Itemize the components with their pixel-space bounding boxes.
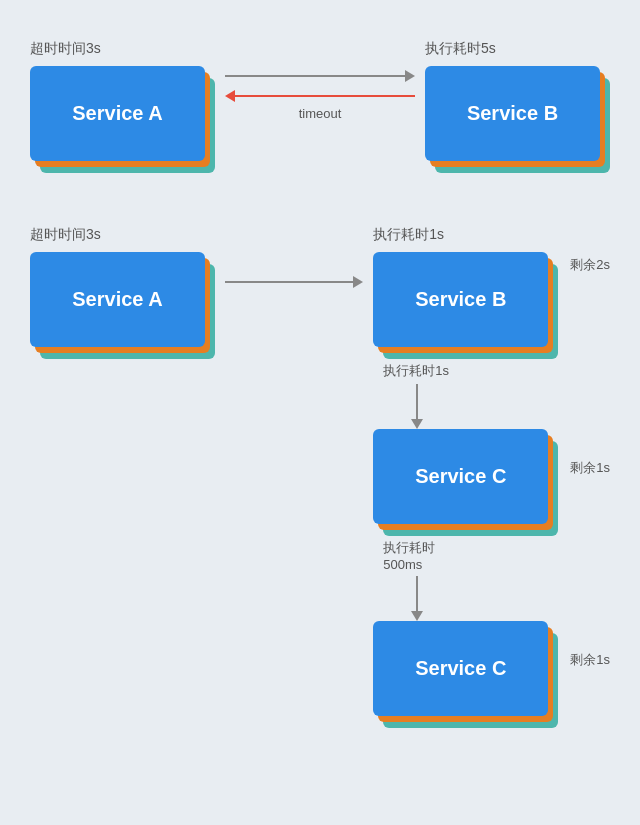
arrowhead-left-1 [225, 90, 235, 102]
arrow-line-forward-1 [225, 75, 405, 77]
service-a-stack-2: Service A [30, 252, 215, 362]
arrowhead-right-1 [405, 70, 415, 82]
remain-c2-label: 剩余1s [570, 651, 610, 669]
back-arrow-1 [225, 90, 415, 102]
service-a-label-1: 超时时间3s [30, 40, 101, 58]
v-arrow-bc1: 执行耗时1s [373, 362, 461, 429]
arrowhead-down-bc1 [411, 419, 423, 429]
service-c1-stack: Service C [373, 429, 558, 539]
v-arrow-c1c2: 执行耗时500ms [373, 539, 461, 621]
service-a-stack-1: Service A [30, 66, 215, 176]
remain-c1-area: 剩余1s [570, 459, 610, 477]
service-b-row: 执行耗时1s Service B 剩余2s [373, 226, 610, 362]
remain-c1-label: 剩余1s [570, 459, 610, 477]
service-c1-row: Service C 剩余1s [373, 429, 610, 539]
service-b-stack-2: Service B [373, 252, 558, 362]
remain-b-label: 剩余2s [570, 256, 610, 274]
service-a-card-1: Service A [30, 66, 205, 161]
service-b-card-2: Service B [373, 252, 548, 347]
timeout-label: timeout [299, 106, 342, 121]
v-line-c1c2 [416, 576, 418, 611]
section-timeout: 超时时间3s Service A timeout [30, 20, 610, 176]
exec-label-c2: 执行耗时500ms [383, 539, 461, 572]
service-b-label-1: 执行耗时5s [425, 40, 496, 58]
service-b-stack-1: Service B [425, 66, 610, 176]
service-b-container-1: 执行耗时5s Service B [425, 40, 610, 176]
arrow-line-2 [225, 281, 353, 283]
right-chain: 执行耗时1s Service B 剩余2s [373, 226, 610, 731]
service-a-container-1: 超时时间3s Service A [30, 40, 215, 176]
remain-b-area: 剩余2s [570, 256, 610, 274]
arrow-area-2 [215, 276, 373, 288]
arrowhead-right-2 [353, 276, 363, 288]
arrowhead-down-c1c2 [411, 611, 423, 621]
service-c2-container: Service C [373, 621, 558, 731]
v-line-bc1 [416, 384, 418, 419]
service-c2-row: Service C 剩余1s [373, 621, 610, 731]
service-c2-stack: Service C [373, 621, 558, 731]
exec-label-c1: 执行耗时1s [383, 362, 449, 380]
service-a-label-2: 超时时间3s [30, 226, 101, 244]
arrow-area-1: timeout [215, 70, 425, 121]
service-b-card-1: Service B [425, 66, 600, 161]
service-c1-card: Service C [373, 429, 548, 524]
remain-c2-area: 剩余1s [570, 651, 610, 669]
service-a-card-2: Service A [30, 252, 205, 347]
service-b-container-2: 执行耗时1s Service B [373, 226, 558, 362]
service-b-label-2: 执行耗时1s [373, 226, 444, 244]
v-arrow-c1c2-area: 执行耗时500ms [373, 539, 461, 621]
service-a-container-2: 超时时间3s Service A [30, 226, 215, 362]
section-chain: 超时时间3s Service A 执行耗时1s [30, 206, 610, 731]
arrow-line-back-1 [235, 95, 415, 97]
service-c2-card: Service C [373, 621, 548, 716]
forward-arrow-1 [225, 70, 415, 82]
service-c1-container: Service C [373, 429, 558, 539]
v-arrow-bc1-area: 执行耗时1s [373, 362, 461, 429]
